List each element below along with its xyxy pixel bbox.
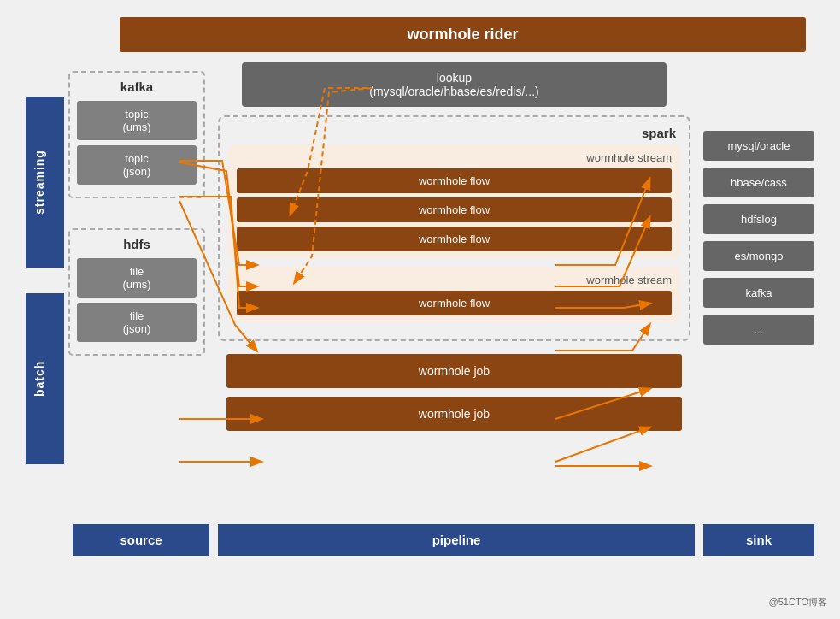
watermark: @51CTO博客 (769, 596, 827, 609)
wormhole-flow-3: wormhole flow (237, 227, 672, 251)
lookup-box: lookup(mysql/oracle/hbase/es/redis/...) (242, 62, 667, 107)
wormhole-stream-streaming: wormhole stream wormhole flow wormhole f… (228, 144, 680, 258)
sink-kafka: kafka (703, 278, 814, 308)
sink-bottom-label: sink (703, 524, 814, 556)
wormhole-stream-label-2: wormhole stream (237, 274, 672, 286)
kafka-topic-json: topic(json) (77, 145, 197, 185)
wormhole-rider-header: wormhole rider (120, 17, 806, 52)
wormhole-job-2: wormhole job (226, 397, 682, 431)
streaming-label: streaming (26, 97, 64, 268)
pipeline-bottom-label: pipeline (218, 524, 695, 556)
batch-pipeline-section: wormhole job wormhole job (218, 354, 690, 439)
side-labels: streaming batch (26, 62, 64, 516)
wormhole-job-1: wormhole job (226, 354, 682, 388)
hdfs-file-json: file(json) (77, 303, 197, 342)
kafka-title: kafka (77, 80, 197, 94)
bottom-labels: source pipeline sink (26, 524, 814, 556)
sink-mysql-oracle: mysql/oracle (703, 131, 814, 161)
sink-es-mongo: es/mongo (703, 241, 814, 271)
batch-label: batch (26, 293, 64, 464)
hdfs-section: hdfs file(ums) file(json) (68, 228, 205, 356)
sink-hbase-cass: hbase/cass (703, 168, 814, 197)
kafka-section: kafka topic(ums) topic(json) (68, 71, 205, 198)
diagram-container: wormhole rider streaming batch kafka top… (0, 0, 840, 619)
spark-streaming-container: spark wormhole stream wormhole flow worm… (218, 115, 690, 341)
wormhole-flow-2: wormhole flow (237, 197, 672, 222)
sink-ellipsis: ... (703, 315, 814, 345)
source-column: kafka topic(ums) topic(json) hdfs file(u… (68, 62, 205, 516)
spark-title: spark (228, 126, 680, 140)
sink-hdfslog: hdfslog (703, 204, 814, 234)
hdfs-file-ums: file(ums) (77, 258, 197, 298)
wormhole-flow-batch: wormhole flow (237, 291, 672, 315)
kafka-topic-ums: topic(ums) (77, 101, 197, 140)
pipeline-column: lookup(mysql/oracle/hbase/es/redis/...) … (214, 62, 695, 516)
source-bottom-label: source (73, 524, 209, 556)
wormhole-stream-batch: wormhole stream wormhole flow (228, 267, 680, 322)
hdfs-title: hdfs (77, 237, 197, 251)
sink-column: mysql/oracle hbase/cass hdfslog es/mongo… (703, 62, 814, 516)
wormhole-flow-1: wormhole flow (237, 168, 672, 193)
wormhole-stream-label-1: wormhole stream (237, 151, 672, 164)
